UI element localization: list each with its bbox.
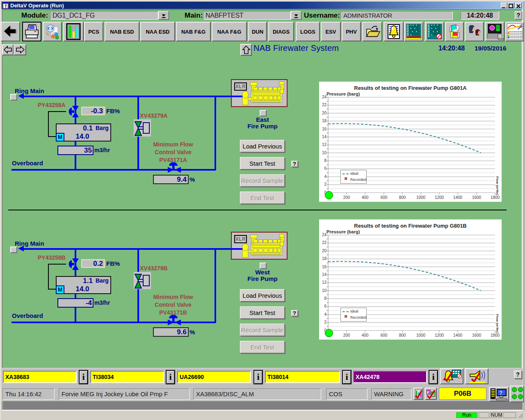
svg-text:F: F [427, 390, 429, 395]
svg-text:?: ? [499, 390, 502, 396]
